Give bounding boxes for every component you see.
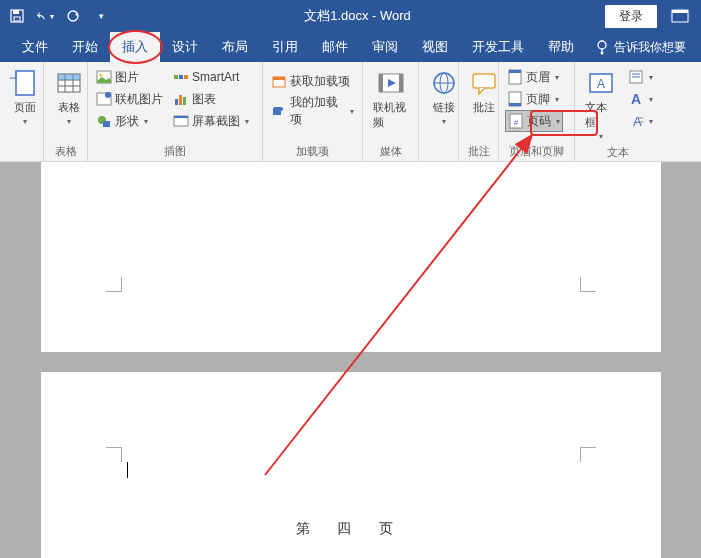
page-number-button[interactable]: # 页码 ▾ (505, 110, 563, 132)
svg-point-3 (68, 11, 78, 21)
online-picture-button[interactable]: 联机图片 (94, 88, 165, 110)
tab-mailings[interactable]: 邮件 (310, 32, 360, 62)
chevron-down-icon: ▾ (442, 117, 446, 126)
svg-rect-2 (14, 17, 20, 21)
online-video-button[interactable]: 联机视频 (369, 66, 412, 132)
svg-rect-33 (379, 74, 383, 92)
header-button[interactable]: 页眉 ▾ (505, 66, 563, 88)
get-addins-button[interactable]: 获取加载项 (269, 70, 356, 92)
page-top[interactable]: 第 四 页 (41, 372, 661, 558)
svg-rect-29 (174, 116, 188, 118)
chevron-down-icon: ▾ (350, 107, 354, 116)
links-button[interactable]: 链接 ▾ (425, 66, 463, 128)
tab-review[interactable]: 审阅 (360, 32, 410, 62)
svg-rect-9 (16, 71, 34, 95)
svg-rect-24 (184, 75, 188, 79)
comment-button[interactable]: 批注 (465, 66, 503, 117)
margin-corner-icon (561, 272, 581, 292)
svg-point-17 (100, 74, 103, 77)
svg-rect-21 (103, 121, 110, 127)
tab-view[interactable]: 视图 (410, 32, 460, 62)
svg-rect-5 (672, 10, 688, 13)
table-button[interactable]: 表格 ▾ (50, 66, 88, 128)
tab-developer[interactable]: 开发工具 (460, 32, 536, 62)
chart-button[interactable]: 图表 (171, 88, 251, 110)
login-button[interactable]: 登录 (605, 5, 657, 28)
chevron-down-icon: ▾ (23, 117, 27, 126)
svg-rect-26 (179, 95, 182, 105)
svg-rect-15 (58, 74, 80, 80)
svg-rect-23 (179, 75, 183, 79)
chevron-down-icon: ▾ (555, 95, 559, 104)
document-canvas[interactable]: 第 四 页 (0, 162, 701, 558)
save-icon[interactable] (8, 7, 26, 25)
svg-text:A: A (631, 91, 641, 107)
tab-references[interactable]: 引用 (260, 32, 310, 62)
shapes-button[interactable]: 形状 ▾ (94, 110, 165, 132)
ribbon-display-icon[interactable] (667, 5, 693, 27)
textbox-button[interactable]: A 文本框 ▾ (581, 66, 620, 143)
svg-rect-40 (509, 70, 521, 73)
page-footer-text: 第 四 页 (41, 520, 661, 538)
wordart-button[interactable]: A▾ (626, 88, 655, 110)
page-bottom[interactable] (41, 162, 661, 352)
tell-me-search[interactable]: 告诉我你想要 (594, 39, 686, 56)
svg-text:A: A (596, 77, 604, 91)
svg-text:#: # (514, 118, 519, 127)
tab-insert[interactable]: 插入 (110, 32, 160, 62)
svg-rect-22 (174, 75, 178, 79)
margin-corner-icon (121, 447, 141, 467)
qat-customize-icon[interactable]: ▾ (92, 7, 110, 25)
text-cursor (127, 462, 128, 478)
margin-corner-icon (121, 272, 141, 292)
picture-button[interactable]: 图片 (94, 66, 165, 88)
margin-corner-icon (561, 447, 581, 467)
pages-button[interactable]: 页面 ▾ (6, 66, 44, 128)
svg-rect-42 (509, 103, 521, 106)
chevron-down-icon: ▾ (144, 117, 148, 126)
svg-rect-34 (399, 74, 403, 92)
document-title: 文档1.docx - Word (110, 7, 605, 25)
undo-icon[interactable]: ▾ (36, 7, 54, 25)
smartart-button[interactable]: SmartArt (171, 66, 251, 88)
svg-rect-38 (473, 74, 495, 88)
footer-button[interactable]: 页脚 ▾ (505, 88, 563, 110)
redo-icon[interactable] (64, 7, 82, 25)
my-addins-button[interactable]: 我的加载项 ▾ (269, 100, 356, 122)
chevron-down-icon: ▾ (599, 132, 603, 141)
chevron-down-icon: ▾ (67, 117, 71, 126)
drop-cap-button[interactable]: A▾ (626, 110, 655, 132)
tab-help[interactable]: 帮助 (536, 32, 586, 62)
tab-layout[interactable]: 布局 (210, 32, 260, 62)
chevron-down-icon: ▾ (556, 117, 560, 126)
chevron-down-icon: ▾ (245, 117, 249, 126)
tab-design[interactable]: 设计 (160, 32, 210, 62)
chevron-down-icon: ▾ (555, 73, 559, 82)
svg-rect-25 (175, 99, 178, 105)
svg-rect-27 (183, 97, 186, 105)
svg-rect-31 (273, 77, 285, 80)
tab-file[interactable]: 文件 (10, 32, 60, 62)
svg-point-6 (598, 41, 606, 49)
svg-point-19 (105, 92, 111, 98)
svg-point-8 (601, 52, 604, 55)
screenshot-button[interactable]: 屏幕截图 ▾ (171, 110, 251, 132)
quick-parts-button[interactable]: ▾ (626, 66, 655, 88)
tab-home[interactable]: 开始 (60, 32, 110, 62)
svg-rect-1 (13, 10, 19, 14)
